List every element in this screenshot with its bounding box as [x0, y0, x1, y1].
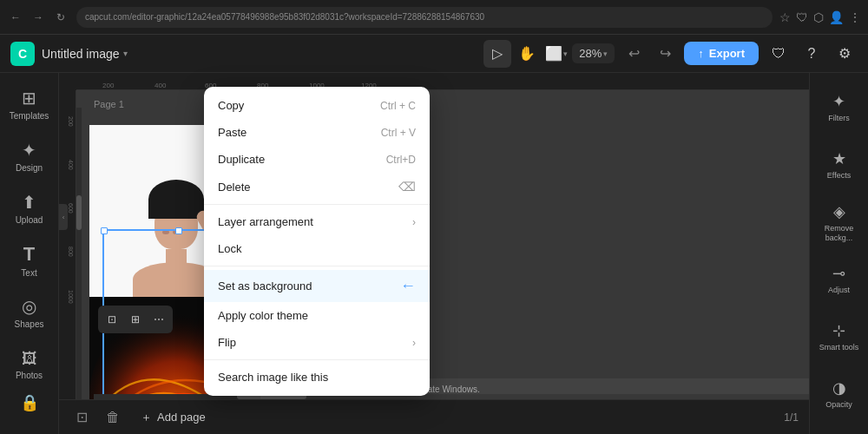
undo-button[interactable]: ↩: [621, 42, 646, 66]
right-label-opacity: Opacity: [825, 400, 852, 410]
right-label-smart-tools: Smart tools: [819, 343, 859, 352]
sidebar-label-design: Design: [16, 163, 43, 173]
more-button[interactable]: ⋯: [148, 308, 170, 331]
canvas-content[interactable]: Page 1: [76, 90, 809, 399]
photos-icon: 🖼: [22, 350, 37, 368]
menu-item-copy[interactable]: Copy Ctrl + C: [204, 92, 430, 119]
ruler-left: 200 400 600 800 1000: [59, 90, 76, 399]
smart-tools-icon: ⊹: [832, 321, 845, 340]
sidebar-item-upload[interactable]: ⬆ Upload: [5, 184, 54, 233]
crop-button[interactable]: ⊡: [101, 308, 123, 331]
right-item-adjust[interactable]: ⊸ Adjust: [815, 252, 864, 307]
add-page-button[interactable]: ＋ Add page: [132, 406, 214, 429]
right-item-effects[interactable]: ★ Effects: [815, 137, 864, 193]
add-page-label: Add page: [157, 411, 206, 424]
grid-button[interactable]: ⊞: [124, 308, 147, 331]
logo: C: [10, 42, 35, 66]
editor-header: C Untitled image ▾ ▷ ✋ ⬜▾ 28% ▾ ↩ ↪ ↑ Ex…: [0, 35, 868, 73]
menu-item-lock[interactable]: Lock: [204, 235, 430, 262]
menu-divider-2: [204, 266, 430, 266]
copy-shortcut: Ctrl + C: [380, 100, 416, 112]
zoom-chevron-icon: ▾: [603, 49, 608, 58]
set-bg-label: Set as background: [218, 279, 312, 293]
help-icon[interactable]: ?: [799, 41, 825, 67]
reload-button[interactable]: ↻: [52, 9, 69, 26]
menu-item-paste[interactable]: Paste Ctrl + V: [204, 119, 430, 146]
ruler-mark-v-200: 200: [68, 116, 74, 127]
redo-button[interactable]: ↪: [653, 42, 677, 66]
star-icon[interactable]: ☆: [779, 10, 791, 24]
duplicate-shortcut: Ctrl+D: [386, 154, 416, 166]
right-label-remove-bg: Remove backg...: [815, 224, 864, 243]
url-bar[interactable]: capcut.com/editor-graphic/12a24ea0577849…: [76, 7, 773, 28]
sidebar-label-templates: Templates: [10, 111, 49, 121]
right-label-effects: Effects: [827, 171, 851, 181]
sidebar-item-design[interactable]: ✦ Design: [5, 132, 54, 181]
sidebar-item-templates[interactable]: ⊞ Templates: [5, 80, 54, 128]
menu-item-flip[interactable]: Flip ›: [204, 329, 430, 356]
design-icon: ✦: [22, 140, 36, 161]
shield-header-icon[interactable]: 🛡: [766, 41, 792, 67]
delete-icon: ⌫: [398, 180, 416, 194]
right-label-adjust: Adjust: [828, 286, 850, 295]
menu-item-duplicate[interactable]: Duplicate Ctrl+D: [204, 146, 430, 173]
sidebar-collapse-handle[interactable]: ‹: [59, 204, 68, 230]
frame-tool-button[interactable]: ⬜▾: [542, 40, 570, 68]
sidebar-item-shapes[interactable]: ◎ Shapes: [5, 288, 54, 337]
profile-icon[interactable]: 👤: [829, 10, 844, 24]
flip-arrow-icon: ›: [412, 337, 416, 349]
delete-page-button[interactable]: 🗑: [101, 405, 125, 430]
sidebar-item-text[interactable]: T Text: [5, 236, 54, 285]
hand-tool-button[interactable]: ✋: [513, 40, 541, 68]
shapes-icon: ◎: [22, 296, 36, 317]
menu-divider-3: [204, 359, 430, 360]
menu-icon[interactable]: ⋮: [849, 10, 861, 24]
vertical-scrollbar[interactable]: [76, 108, 82, 399]
ruler-mark-400: 400: [155, 82, 166, 89]
doc-title[interactable]: Untitled image ▾: [42, 47, 128, 61]
templates-icon: ⊞: [22, 88, 36, 108]
bottom-bar: ⊡ 🗑 ＋ Add page 1/1: [59, 399, 809, 434]
left-sidebar: ⊞ Templates ✦ Design ⬆ Upload T Text ◎ S…: [0, 73, 59, 434]
floating-toolbar: ⊡ ⊞ ⋯: [98, 306, 173, 333]
right-item-remove-bg[interactable]: ◈ Remove backg...: [815, 194, 864, 250]
right-item-smart-tools[interactable]: ⊹ Smart tools: [815, 309, 864, 365]
zoom-control[interactable]: 28% ▾: [572, 43, 615, 63]
layer-arrow-icon: ›: [412, 216, 416, 228]
export-button[interactable]: ↑ Export: [684, 42, 759, 65]
shield-icon: 🛡: [796, 10, 808, 24]
doc-title-text: Untitled image: [42, 47, 120, 61]
menu-item-delete[interactable]: Delete ⌫: [204, 173, 430, 201]
extensions-icon[interactable]: ⬡: [813, 10, 824, 24]
flip-label: Flip: [218, 336, 236, 349]
toolbar-group: ▷ ✋ ⬜▾ 28% ▾: [483, 40, 615, 68]
menu-item-set-bg[interactable]: Set as background ←: [204, 270, 430, 302]
settings-icon[interactable]: ⚙: [832, 41, 858, 67]
ruler-mark-v-400: 400: [68, 160, 74, 170]
upload-icon: ⬆: [22, 192, 36, 213]
ruler-mark-v-1000: 1000: [68, 290, 74, 304]
page-thumbnail-button[interactable]: ⊡: [69, 405, 94, 430]
right-item-filters[interactable]: ✦ Filters: [815, 80, 864, 135]
ruler-mark-200: 200: [102, 82, 114, 89]
lock-button[interactable]: 🔒: [5, 378, 54, 427]
menu-item-search-image[interactable]: Search image like this: [204, 364, 430, 391]
canvas-area: 200 400 600 800 1000 1200 200 400 600 80…: [59, 73, 809, 399]
search-image-label: Search image like this: [218, 371, 328, 384]
duplicate-label: Duplicate: [218, 153, 265, 166]
ruler-top: 200 400 600 800 1000 1200: [76, 73, 809, 90]
right-label-filters: Filters: [828, 114, 850, 123]
select-tool-button[interactable]: ▷: [483, 40, 511, 68]
menu-item-layer[interactable]: Layer arrangement ›: [204, 208, 430, 235]
set-bg-arrow-icon: ←: [400, 277, 416, 295]
menu-item-color-theme[interactable]: Apply color theme: [204, 302, 430, 329]
opacity-icon: ◑: [832, 378, 846, 398]
back-button[interactable]: ←: [7, 9, 24, 26]
forward-button[interactable]: →: [30, 9, 47, 26]
export-arrow-icon: ↑: [698, 47, 704, 60]
add-page-icon: ＋: [141, 410, 152, 425]
ruler-mark-v-800: 800: [68, 247, 74, 257]
remove-bg-icon: ◈: [833, 202, 845, 221]
sidebar-label-upload: Upload: [16, 215, 43, 225]
right-item-opacity[interactable]: ◑ Opacity: [815, 366, 864, 422]
